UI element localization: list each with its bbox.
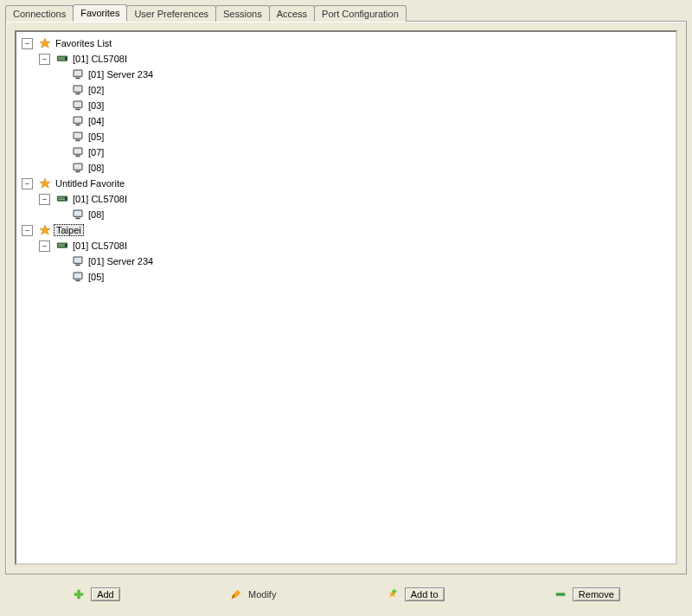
tree-node-label[interactable]: [01] Server 234: [86, 69, 155, 80]
tree-node-label[interactable]: [01] CL5708I: [71, 241, 129, 251]
tree-expander[interactable]: −: [22, 178, 33, 189]
svg-marker-0: [40, 38, 50, 48]
svg-rect-7: [63, 59, 65, 60]
tree-expander-blank: [56, 117, 66, 126]
tree-node-label[interactable]: [07]: [86, 147, 106, 157]
bottom-toolbar: Add Modify Add to Remove: [0, 578, 692, 616]
tree-expander[interactable]: −: [39, 54, 50, 65]
tree-node-label[interactable]: [02]: [86, 85, 106, 95]
svg-rect-49: [63, 246, 65, 247]
port-icon: [71, 67, 85, 81]
favorite-node[interactable]: −Taipei: [22, 222, 670, 238]
tree-node-label[interactable]: [01] CL5708I: [71, 54, 129, 64]
svg-rect-4: [63, 57, 65, 58]
tree-node-label[interactable]: [01] Server 234: [86, 256, 155, 266]
switch-icon: [55, 239, 69, 253]
tab-sessions[interactable]: Sessions: [215, 5, 270, 22]
tab-content: −Favorites List−[01] CL5708I[01] Server …: [5, 21, 687, 574]
tree-node-label[interactable]: [08]: [86, 209, 106, 220]
port-node[interactable]: [04]: [22, 113, 670, 129]
favorite-node[interactable]: −Favorites List: [22, 35, 670, 51]
switch-node[interactable]: −[01] CL5708I: [22, 238, 670, 253]
svg-rect-41: [75, 218, 80, 220]
svg-rect-36: [61, 199, 62, 200]
tree-expander-blank: [56, 257, 66, 266]
svg-rect-55: [74, 273, 82, 279]
svg-rect-64: [556, 593, 566, 596]
port-node[interactable]: [02]: [22, 82, 670, 98]
svg-rect-29: [75, 171, 80, 173]
tree-node-label[interactable]: Taipei: [54, 224, 84, 236]
tree-expander-blank: [56, 132, 66, 142]
svg-rect-38: [66, 197, 67, 200]
svg-marker-59: [232, 590, 241, 600]
svg-rect-26: [75, 156, 80, 157]
add-to-button[interactable]: Add to: [405, 587, 445, 601]
tree-node-label[interactable]: [08]: [86, 163, 106, 173]
modify-icon: [229, 587, 243, 601]
port-node[interactable]: [05]: [22, 269, 670, 285]
svg-rect-28: [74, 164, 82, 170]
tab-port-configuration[interactable]: Port Configuration: [314, 5, 407, 22]
switch-icon: [55, 52, 69, 66]
tree-expander[interactable]: −: [39, 194, 50, 205]
port-node[interactable]: [01] Server 234: [22, 67, 670, 82]
tree-node-label[interactable]: Favorites List: [54, 38, 113, 48]
port-icon: [71, 114, 85, 128]
modify-label[interactable]: Modify: [248, 589, 276, 600]
svg-rect-33: [61, 197, 62, 198]
svg-rect-45: [61, 244, 62, 245]
tree-node-label[interactable]: [03]: [86, 100, 106, 111]
switch-icon: [55, 192, 69, 206]
svg-marker-42: [40, 225, 50, 234]
svg-rect-3: [61, 57, 62, 58]
svg-rect-5: [59, 59, 61, 60]
port-node[interactable]: [05]: [22, 129, 670, 144]
svg-rect-35: [59, 199, 61, 200]
favorite-node[interactable]: −Untitled Favorite: [22, 176, 670, 191]
remove-icon: [554, 587, 567, 601]
svg-rect-22: [74, 133, 82, 138]
port-icon: [71, 83, 85, 97]
svg-rect-44: [59, 244, 61, 245]
tree-node-label[interactable]: [01] CL5708I: [71, 194, 129, 204]
tree-expander[interactable]: −: [39, 241, 50, 252]
port-icon: [71, 99, 85, 112]
tab-strip: ConnectionsFavoritesUser PreferencesSess…: [0, 0, 692, 21]
port-icon: [71, 145, 85, 159]
svg-rect-47: [59, 246, 61, 247]
port-node[interactable]: [03]: [22, 98, 670, 113]
add-icon: [72, 587, 86, 601]
tree-expander[interactable]: −: [22, 38, 33, 49]
svg-rect-8: [66, 57, 67, 60]
svg-rect-37: [63, 199, 65, 200]
tab-user-preferences[interactable]: User Preferences: [126, 5, 216, 22]
port-node[interactable]: [08]: [22, 160, 670, 176]
tree-node-label[interactable]: [05]: [86, 272, 106, 282]
port-node[interactable]: [07]: [22, 144, 670, 160]
tab-connections[interactable]: Connections: [5, 5, 74, 22]
tree-expander-blank: [56, 210, 66, 220]
tab-favorites[interactable]: Favorites: [73, 4, 127, 22]
switch-node[interactable]: −[01] CL5708I: [22, 191, 670, 207]
tree-node-label[interactable]: [04]: [86, 116, 106, 126]
svg-rect-56: [75, 280, 80, 282]
port-icon: [71, 254, 85, 268]
remove-button[interactable]: Remove: [573, 587, 620, 601]
favorites-tree[interactable]: −Favorites List−[01] CL5708I[01] Server …: [15, 30, 677, 565]
tree-node-label[interactable]: Untitled Favorite: [54, 178, 126, 189]
favorite-icon: [38, 223, 52, 237]
tree-expander[interactable]: −: [22, 225, 33, 236]
tree-node-label[interactable]: [05]: [86, 132, 106, 142]
switch-node[interactable]: −[01] CL5708I: [22, 51, 670, 67]
svg-rect-25: [74, 149, 82, 154]
add-button[interactable]: Add: [91, 587, 120, 601]
tab-access[interactable]: Access: [269, 5, 315, 22]
svg-rect-17: [75, 109, 80, 111]
port-node[interactable]: [01] Server 234: [22, 253, 670, 269]
svg-rect-58: [74, 593, 84, 596]
port-node[interactable]: [08]: [22, 207, 670, 222]
tab-label: Access: [277, 9, 307, 19]
favorite-icon: [38, 176, 52, 190]
svg-rect-46: [63, 244, 65, 245]
